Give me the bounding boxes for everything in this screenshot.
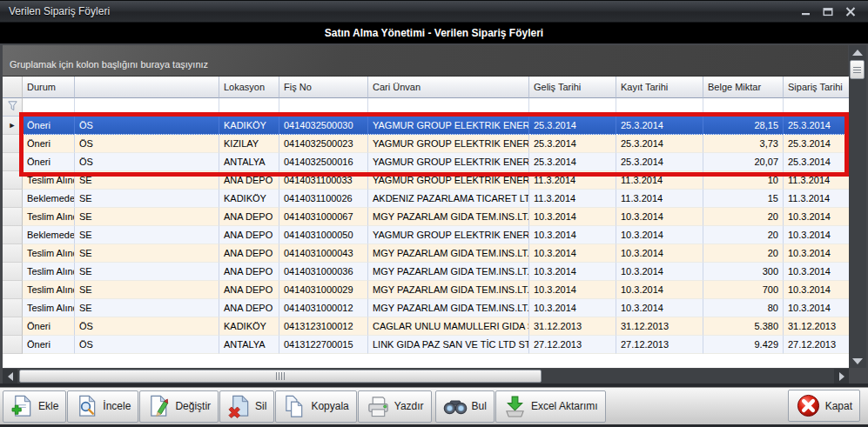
table-row[interactable]: ► Öneri ÖS KADIKÖY 0414032500030 YAGMUR … bbox=[3, 117, 850, 135]
cell-tip[interactable]: SE bbox=[75, 299, 219, 317]
cell-kayit-tarihi[interactable]: 10.3.2014 bbox=[616, 263, 703, 281]
cell-lokasyon[interactable]: ANA DEPO bbox=[219, 281, 279, 299]
table-row[interactable]: Teslim Alındı SE ANA DEPO 0414031000012 … bbox=[3, 299, 850, 317]
horizontal-scroll-thumb[interactable] bbox=[19, 370, 542, 383]
cell-tip[interactable]: ÖS bbox=[75, 153, 219, 171]
table-row[interactable]: Beklemede SE ANA DEPO 0414031000050 YAGM… bbox=[3, 226, 850, 244]
inspect-button[interactable]: İncele bbox=[67, 390, 138, 423]
cell-belge-miktar[interactable]: 700 bbox=[703, 281, 784, 299]
cell-gelis-tarihi[interactable]: 25.3.2014 bbox=[529, 135, 616, 153]
column-header-belge-miktar[interactable]: Belge Miktar bbox=[703, 77, 784, 98]
cell-cari-unvan[interactable]: MGY PAZARLAM GIDA TEM.INS.LT... bbox=[368, 263, 529, 281]
cell-siparis-tarihi[interactable]: 10.3.2014 bbox=[784, 299, 850, 317]
cell-cari-unvan[interactable]: YAGMUR GROUP ELEKTRIK ENERJI... bbox=[368, 117, 529, 135]
cell-fis-no[interactable]: 0414032500023 bbox=[279, 135, 368, 153]
horizontal-scrollbar[interactable] bbox=[3, 369, 849, 384]
cell-siparis-tarihi[interactable]: 10.3.2014 bbox=[784, 263, 850, 281]
table-row[interactable]: Öneri ÖS KIZILAY 0414032500023 YAGMUR GR… bbox=[3, 135, 850, 153]
cell-fis-no[interactable]: 0414031000050 bbox=[279, 226, 368, 244]
cell-durum[interactable]: Teslim Alındı bbox=[23, 263, 75, 281]
cell-lokasyon[interactable]: KIZILAY bbox=[219, 135, 279, 153]
title-bar[interactable]: Verilen Sipariş Föyleri bbox=[0, 0, 868, 23]
cell-fis-no[interactable]: 0414031100033 bbox=[279, 171, 368, 190]
group-by-panel[interactable]: Gruplamak için kolon başlığını buraya ta… bbox=[3, 45, 848, 77]
cell-tip[interactable]: ÖS bbox=[75, 135, 219, 153]
cell-gelis-tarihi[interactable]: 10.3.2014 bbox=[529, 263, 616, 281]
cell-belge-miktar[interactable]: 300 bbox=[703, 263, 784, 281]
filter-cell[interactable] bbox=[616, 98, 703, 117]
cell-belge-miktar[interactable]: 20,07 bbox=[703, 153, 784, 171]
cell-lokasyon[interactable]: KADIKÖY bbox=[219, 190, 279, 208]
column-header-kayit-tarihi[interactable]: Kayıt Tarihi bbox=[616, 77, 703, 98]
column-header-blank[interactable] bbox=[75, 77, 219, 98]
find-button[interactable]: Bul bbox=[435, 390, 495, 423]
column-header-gelis-tarihi[interactable]: Geliş Tarihi bbox=[529, 77, 616, 98]
table-row[interactable]: Öneri ÖS KADIKÖY 0413123100012 CAGLAR UN… bbox=[3, 317, 850, 336]
cell-cari-unvan[interactable]: MGY PAZARLAM GIDA TEM.INS.LT... bbox=[368, 281, 529, 299]
cell-tip[interactable]: SE bbox=[75, 190, 219, 208]
cell-belge-miktar[interactable]: 15 bbox=[703, 190, 784, 208]
cell-belge-miktar[interactable]: 9.429 bbox=[703, 336, 784, 354]
cell-tip[interactable]: ÖS bbox=[75, 317, 219, 336]
cell-kayit-tarihi[interactable]: 25.3.2014 bbox=[616, 153, 703, 171]
cell-gelis-tarihi[interactable]: 10.3.2014 bbox=[529, 226, 616, 244]
scroll-left-icon[interactable] bbox=[3, 369, 17, 384]
cell-siparis-tarihi[interactable]: 10.3.2014 bbox=[784, 281, 850, 299]
cell-tip[interactable]: SE bbox=[75, 226, 219, 244]
cell-lokasyon[interactable]: ANTALYA bbox=[219, 153, 279, 171]
table-row[interactable]: Teslim Alındı SE ANA DEPO 0414031000043 … bbox=[3, 244, 850, 263]
cell-cari-unvan[interactable]: YAGMUR GROUP ELEKTRIK ENERJI... bbox=[368, 171, 529, 190]
filter-cell[interactable] bbox=[703, 98, 784, 117]
cell-fis-no[interactable]: 0414031000043 bbox=[279, 244, 368, 263]
cell-siparis-tarihi[interactable]: 25.3.2014 bbox=[784, 117, 850, 135]
cell-durum[interactable]: Beklemede bbox=[23, 190, 75, 208]
cell-tip[interactable]: SE bbox=[75, 263, 219, 281]
cell-belge-miktar[interactable]: 20 bbox=[703, 244, 784, 263]
cell-lokasyon[interactable]: ANA DEPO bbox=[219, 299, 279, 317]
table-row[interactable]: Öneri ÖS ANTALYA 0414032500016 YAGMUR GR… bbox=[3, 153, 850, 171]
cell-tip[interactable]: ÖS bbox=[75, 336, 219, 354]
cell-lokasyon[interactable]: ANA DEPO bbox=[219, 244, 279, 263]
cell-durum[interactable]: Öneri bbox=[23, 153, 75, 171]
cell-siparis-tarihi[interactable]: 11.3.2014 bbox=[784, 190, 850, 208]
cell-gelis-tarihi[interactable]: 25.3.2014 bbox=[529, 153, 616, 171]
cell-durum[interactable]: Teslim Alındı bbox=[23, 208, 75, 226]
scroll-right-icon[interactable] bbox=[834, 369, 849, 384]
cell-siparis-tarihi[interactable]: 10.3.2014 bbox=[784, 226, 850, 244]
cell-durum[interactable]: Beklemede bbox=[23, 226, 75, 244]
cell-gelis-tarihi[interactable]: 31.12.2013 bbox=[529, 317, 616, 336]
cell-siparis-tarihi[interactable]: 25.3.2014 bbox=[784, 153, 850, 171]
cell-cari-unvan[interactable]: MGY PAZARLAM GIDA TEM.INS.LT... bbox=[368, 299, 529, 317]
cell-belge-miktar[interactable]: 3,73 bbox=[703, 135, 784, 153]
cell-lokasyon[interactable]: ANA DEPO bbox=[219, 171, 279, 190]
cell-gelis-tarihi[interactable]: 10.3.2014 bbox=[529, 208, 616, 226]
cell-cari-unvan[interactable]: LINK GIDA PAZ SAN VE TİC LTD STİ bbox=[368, 336, 529, 354]
cell-fis-no[interactable]: 0413123100012 bbox=[279, 317, 368, 336]
cell-kayit-tarihi[interactable]: 25.3.2014 bbox=[616, 117, 703, 135]
filter-cell[interactable] bbox=[279, 98, 368, 117]
cell-tip[interactable]: SE bbox=[75, 244, 219, 263]
column-header-fis-no[interactable]: Fiş No bbox=[279, 77, 368, 98]
cell-tip[interactable]: SE bbox=[75, 171, 219, 190]
close-button[interactable]: Kapat bbox=[788, 390, 860, 422]
table-row[interactable]: Teslim Alındı SE ANA DEPO 0414031100033 … bbox=[3, 171, 850, 190]
scroll-up-icon[interactable] bbox=[849, 46, 866, 58]
cell-kayit-tarihi[interactable]: 31.12.2013 bbox=[616, 317, 703, 336]
cell-durum[interactable]: Öneri bbox=[23, 117, 75, 135]
filter-cell[interactable] bbox=[75, 98, 219, 117]
cell-gelis-tarihi[interactable]: 11.3.2014 bbox=[529, 190, 616, 208]
delete-button[interactable]: Sil bbox=[219, 390, 274, 423]
cell-tip[interactable]: SE bbox=[75, 281, 219, 299]
filter-cell[interactable] bbox=[23, 98, 75, 117]
table-row[interactable]: Beklemede SE KADIKÖY 0414031100026 AKDEN… bbox=[3, 190, 850, 208]
column-header-lokasyon[interactable]: Lokasyon bbox=[219, 77, 279, 98]
cell-gelis-tarihi[interactable]: 11.3.2014 bbox=[529, 171, 616, 190]
cell-belge-miktar[interactable]: 20 bbox=[703, 208, 784, 226]
cell-gelis-tarihi[interactable]: 10.3.2014 bbox=[529, 244, 616, 263]
cell-cari-unvan[interactable]: CAGLAR UNLU MAMULLERI GIDA S... bbox=[368, 317, 529, 336]
cell-lokasyon[interactable]: ANA DEPO bbox=[219, 208, 279, 226]
cell-durum[interactable]: Teslim Alındı bbox=[23, 171, 75, 190]
minimize-icon[interactable] bbox=[801, 7, 811, 17]
close-icon[interactable] bbox=[845, 7, 856, 17]
cell-cari-unvan[interactable]: MGY PAZARLAM GIDA TEM.INS.LT... bbox=[368, 208, 529, 226]
